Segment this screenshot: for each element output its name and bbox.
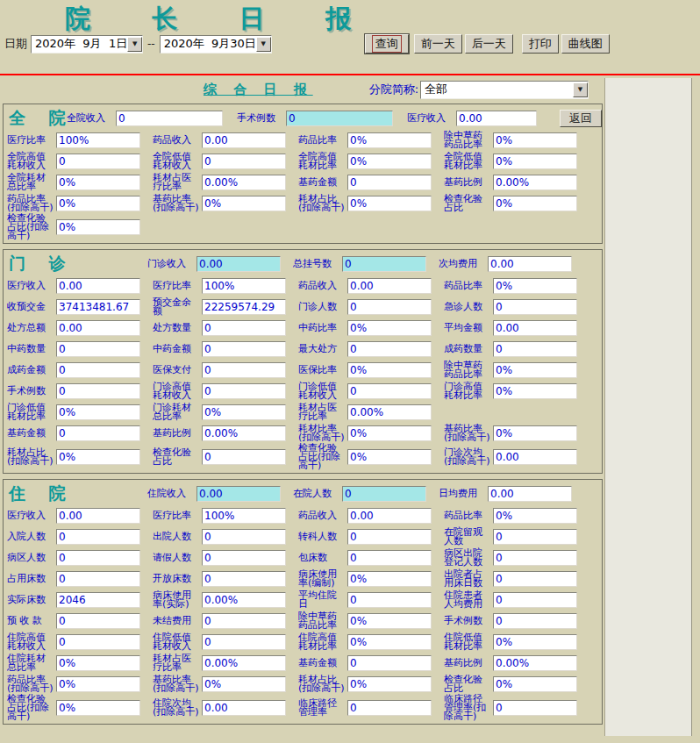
next-day-button[interactable]: 后一天 — [465, 34, 513, 54]
field-value[interactable]: 0 — [493, 529, 577, 545]
field-value[interactable]: 0% — [347, 676, 432, 692]
field-value[interactable]: 0.00 — [202, 132, 286, 148]
field-value[interactable]: 0.00% — [493, 655, 577, 671]
field-value[interactable]: 0 — [202, 529, 286, 545]
field-value[interactable]: 0 — [347, 529, 432, 545]
field-value[interactable]: 0 — [202, 320, 286, 336]
field-value[interactable]: 0 — [342, 486, 426, 502]
field-value[interactable]: 0.00 — [488, 486, 572, 502]
field-value[interactable]: 0.00 — [196, 486, 281, 502]
field-value[interactable]: 0 — [493, 613, 577, 629]
query-button[interactable]: 查询 — [365, 34, 409, 54]
field-value[interactable]: 0% — [493, 676, 577, 692]
field-value[interactable]: 0 — [202, 362, 286, 378]
branch-select[interactable]: 全部 ▼ — [420, 81, 589, 99]
field-value[interactable]: 0.00 — [493, 320, 577, 336]
field-value[interactable]: 2046 — [56, 592, 140, 608]
field-value[interactable]: 0% — [56, 219, 140, 235]
field-value[interactable]: 0.00% — [202, 175, 286, 190]
field-value[interactable]: 0 — [202, 341, 286, 357]
field-value[interactable]: 0 — [202, 383, 286, 399]
chevron-down-icon[interactable]: ▼ — [256, 37, 271, 52]
date-from-select[interactable]: 2020年 9月 1日 ▼ — [31, 35, 143, 54]
field-value[interactable]: 0 — [56, 571, 140, 587]
field-value[interactable]: 0% — [347, 613, 432, 629]
field-value[interactable]: 0 — [493, 550, 577, 566]
field-value[interactable]: 0% — [202, 676, 286, 692]
field-value[interactable]: 0% — [56, 676, 140, 692]
field-value[interactable]: 0.00% — [202, 655, 286, 671]
field-value[interactable]: 0% — [202, 404, 286, 420]
field-value[interactable]: 0% — [493, 508, 577, 524]
field-value[interactable]: 0.00 — [493, 449, 577, 465]
field-value[interactable]: 0 — [56, 425, 140, 441]
field-value[interactable]: 0% — [493, 634, 577, 650]
field-value[interactable]: 0 — [56, 383, 140, 399]
field-value[interactable]: 0% — [347, 320, 432, 336]
field-value[interactable]: 0% — [347, 425, 432, 441]
field-value[interactable]: 0 — [202, 550, 286, 566]
field-value[interactable]: 0 — [347, 341, 432, 357]
field-value[interactable]: 0% — [493, 154, 577, 169]
field-value[interactable]: 0 — [202, 154, 286, 169]
field-value[interactable]: 0.00% — [493, 175, 577, 190]
prev-day-button[interactable]: 前一天 — [414, 34, 462, 54]
field-value[interactable]: 0 — [342, 256, 426, 272]
chevron-down-icon[interactable]: ▼ — [127, 37, 142, 52]
field-value[interactable]: 0% — [56, 655, 140, 671]
field-value[interactable]: 0 — [347, 550, 432, 566]
field-value[interactable]: 0 — [56, 154, 140, 169]
field-value[interactable]: 0 — [56, 341, 140, 357]
field-value[interactable]: 0.00 — [56, 278, 140, 294]
field-value[interactable]: 0% — [493, 196, 577, 211]
field-value[interactable]: 0.00% — [347, 404, 432, 420]
field-value[interactable]: 0% — [493, 383, 577, 399]
field-value[interactable]: 0.00 — [196, 256, 281, 272]
field-value[interactable]: 0% — [493, 278, 577, 294]
field-value[interactable]: 0 — [347, 700, 432, 716]
field-value[interactable]: 0.00% — [202, 425, 286, 441]
field-value[interactable]: 0% — [56, 175, 140, 190]
comprehensive-report-link[interactable]: 综 合 日 报 — [204, 82, 313, 98]
field-value[interactable]: 0% — [347, 362, 432, 378]
field-value[interactable]: 0% — [347, 132, 432, 148]
field-value[interactable]: 0.00 — [56, 320, 140, 336]
field-value[interactable]: 100% — [56, 132, 140, 148]
field-value[interactable]: 100% — [202, 508, 286, 524]
field-value[interactable]: 0 — [56, 634, 140, 650]
field-value[interactable]: 0 — [347, 383, 432, 399]
field-value[interactable]: 0 — [202, 571, 286, 587]
field-value[interactable]: 0 — [347, 592, 432, 608]
field-value[interactable]: 0% — [493, 362, 577, 378]
field-value[interactable]: 0 — [347, 299, 432, 315]
field-value[interactable]: 0 — [56, 550, 140, 566]
field-value[interactable]: 0 — [202, 634, 286, 650]
field-value[interactable]: 0% — [56, 700, 140, 716]
field-value[interactable]: 0% — [56, 449, 140, 465]
field-value[interactable]: 100% — [202, 278, 286, 294]
field-value[interactable]: 0% — [347, 571, 432, 587]
field-value[interactable]: 0 — [56, 529, 140, 545]
field-value[interactable]: 0 — [347, 655, 432, 671]
field-value[interactable]: 0.00 — [347, 508, 432, 524]
field-value[interactable]: 0.00 — [202, 700, 286, 716]
field-value[interactable]: 0% — [202, 196, 286, 211]
chevron-down-icon[interactable]: ▼ — [573, 82, 588, 97]
date-to-select[interactable]: 2020年 9月30日 ▼ — [160, 35, 272, 54]
field-value[interactable]: 0.00 — [56, 508, 140, 524]
field-value[interactable]: 0 — [56, 613, 140, 629]
field-value[interactable]: 22259574.29 — [202, 299, 286, 315]
field-value[interactable]: 0% — [347, 449, 432, 465]
field-value[interactable]: 0 — [116, 111, 223, 126]
field-value[interactable]: 0 — [347, 175, 432, 190]
field-value[interactable]: 0% — [493, 425, 577, 441]
field-value[interactable]: 0 — [202, 449, 286, 465]
field-value[interactable]: 0 — [493, 341, 577, 357]
field-value[interactable]: 0.00 — [347, 278, 432, 294]
field-value[interactable]: 0% — [493, 132, 577, 148]
field-value[interactable]: 0% — [56, 404, 140, 420]
field-value[interactable]: 0.00 — [488, 256, 572, 272]
field-value[interactable]: 0% — [347, 634, 432, 650]
return-button[interactable]: 返回 — [560, 110, 602, 127]
field-value[interactable]: 0 — [493, 571, 577, 587]
